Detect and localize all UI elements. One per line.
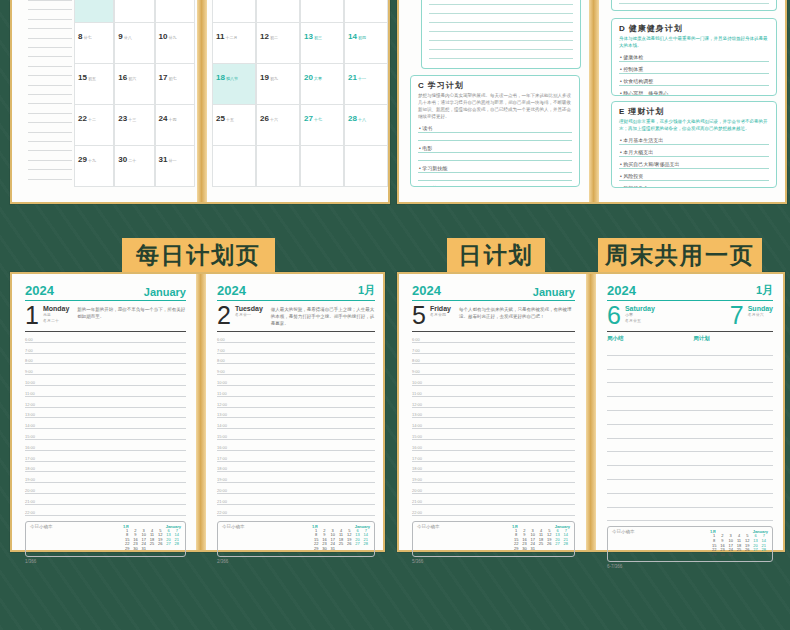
plan-letter: E [619, 107, 625, 116]
day-number: 10 [159, 32, 168, 41]
time-label: 6:00 [412, 338, 420, 342]
time-label: 9:00 [412, 370, 420, 374]
month-label: 1月 [756, 283, 773, 298]
mini-cal-day [148, 547, 156, 552]
day-number: 12 [260, 32, 269, 41]
mini-calendar-row: 293031 [312, 547, 370, 552]
plan-bullet-item: • 读书 [418, 121, 572, 133]
ruled-line [28, 150, 72, 151]
write-line [607, 370, 773, 384]
page-header: 20241月 [217, 283, 375, 301]
day-number: 11 [216, 32, 224, 41]
lined-notes-box [611, 0, 777, 11]
calendar-day-cell: 26十六 [256, 105, 300, 146]
time-label: 7:00 [412, 349, 420, 353]
month-label: 1月 [358, 283, 375, 298]
book-spine [197, 0, 207, 202]
ruled-line [28, 169, 72, 170]
daily-quote: 每个人都有与生俱来的天赋，只是有的被发现，有的被埋没。趁着时光正好，去发现更好的… [459, 306, 575, 329]
calendar-day-cell: 12初二 [256, 23, 300, 64]
time-line: 15:00 [217, 429, 375, 440]
time-label: 6:00 [25, 338, 33, 342]
day-number: 18 [216, 73, 225, 82]
day-number: 13 [304, 32, 313, 41]
time-line: 19:00 [412, 472, 575, 483]
plan-title: D健康健身计划 [619, 23, 769, 34]
fortune-label: 今日小确幸 [612, 529, 635, 559]
write-line [607, 466, 773, 480]
lunar-label: 初七 [169, 76, 177, 81]
time-line: 12:00 [412, 397, 575, 408]
calendar-day-cell [155, 0, 195, 23]
time-label: 13:00 [217, 413, 227, 417]
time-line: 11:00 [412, 386, 575, 397]
lunar-label: 初九 [270, 76, 278, 81]
calendar-day-cell [114, 0, 154, 23]
write-line [607, 480, 773, 494]
day-number: 28 [348, 114, 357, 123]
mini-cal-day: 31 [329, 547, 337, 552]
year-label: 2024 [217, 283, 246, 298]
lined-notes-box [421, 0, 581, 69]
time-label: 14:00 [412, 424, 422, 428]
mini-cal-day [735, 553, 743, 558]
time-label: 6:00 [217, 338, 225, 342]
write-line [607, 383, 773, 397]
date-group: 1Monday元旦冬月二十 [25, 304, 69, 329]
ruled-line [28, 160, 72, 161]
plan-title: E理财计划 [619, 106, 769, 117]
ruled-line [429, 40, 573, 41]
ruled-line [28, 103, 72, 104]
mini-calendar-row: 293031 [512, 547, 570, 552]
lunar-label: 廿八 [124, 35, 132, 40]
daily-footer-box: 今日小确幸1月January12345678910111213141516171… [25, 521, 186, 557]
weekday-label: Tuesday [235, 305, 263, 312]
plan-letter: C [418, 81, 425, 90]
lunar-or-holiday-label: 冬月二十 [43, 318, 69, 324]
time-label: 16:00 [25, 446, 35, 450]
time-label: 20:00 [25, 489, 35, 493]
time-line: 9:00 [412, 364, 575, 375]
ruled-line [28, 19, 72, 20]
day-number: 20 [304, 73, 313, 82]
time-line: 8:00 [25, 354, 186, 365]
plan-title: C学习计划 [418, 80, 572, 91]
write-line [607, 342, 773, 356]
weekday-label: Saturday [625, 305, 655, 312]
ruled-line [429, 58, 573, 59]
time-label: 19:00 [412, 478, 422, 482]
calendar-day-cell [344, 146, 388, 187]
time-label: 9:00 [217, 370, 225, 374]
day-number: 24 [159, 114, 168, 123]
calendar-day-cell [74, 0, 114, 23]
time-line: 22:00 [25, 505, 186, 516]
time-label: 12:00 [412, 403, 422, 407]
mini-cal-day: 30 [320, 547, 328, 552]
mini-cal-day: 31 [727, 553, 735, 558]
plan-paragraph: 梦想与憧憬是内心真实渴望的展现。每天读一点书，一年下来就能比别人多读几十本书；通… [418, 93, 572, 121]
day-number: 19 [260, 73, 269, 82]
ruled-line [28, 28, 72, 29]
calendar-day-cell: 9廿八 [114, 23, 154, 64]
lunar-label: 大寒 [314, 76, 322, 81]
plan-title-text: 健康健身计划 [629, 24, 683, 33]
page-number: 6-7/366 [607, 564, 773, 569]
calendar-day-cell: 19初九 [256, 64, 300, 105]
ruled-line [28, 66, 72, 67]
calendar-day-cell [344, 0, 388, 23]
date-group: 5Friday冬月廿四 [412, 304, 451, 329]
lunar-label: 十三 [128, 117, 136, 122]
time-line: 21:00 [217, 494, 375, 505]
time-line: 9:00 [25, 364, 186, 375]
calendar-day-cell: 24十四 [155, 105, 195, 146]
calendar-day-cell [256, 0, 300, 23]
write-line [607, 356, 773, 370]
lunar-label: 廿九 [169, 35, 177, 40]
page-header: 20241月 [607, 283, 773, 301]
time-line: 18:00 [25, 462, 186, 473]
time-label: 17:00 [217, 457, 227, 461]
time-label: 22:00 [25, 511, 35, 515]
page-header: 2024January [412, 283, 575, 301]
time-label: 8:00 [217, 359, 225, 363]
lunar-label: 十二 [88, 117, 96, 122]
